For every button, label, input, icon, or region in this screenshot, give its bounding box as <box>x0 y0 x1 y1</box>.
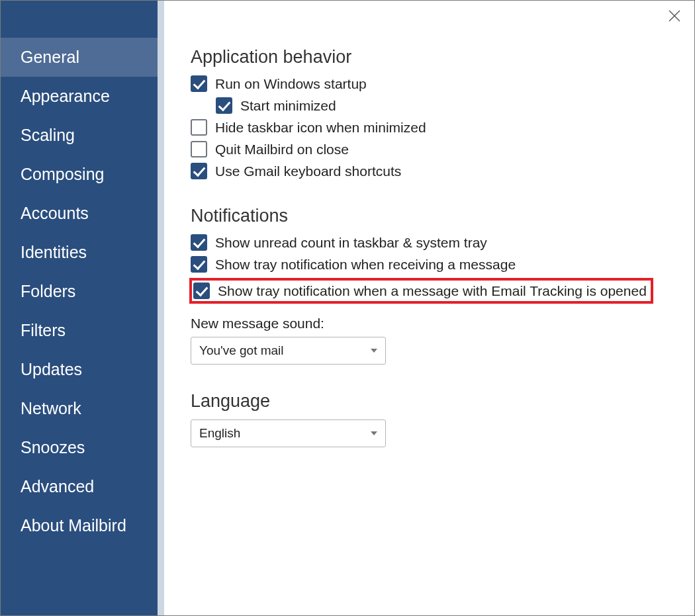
sidebar-item-about[interactable]: About Mailbird <box>1 506 158 545</box>
sidebar-item-identities[interactable]: Identities <box>1 233 158 272</box>
sidebar-item-advanced[interactable]: Advanced <box>1 467 158 506</box>
option-unread-count[interactable]: Show unread count in taskbar & system tr… <box>191 234 668 251</box>
option-start-minimized[interactable]: Start minimized <box>216 97 668 114</box>
sidebar-item-label: Scaling <box>21 126 75 144</box>
section-app-behavior: Application behavior Run on Windows star… <box>191 47 668 179</box>
section-title: Notifications <box>191 206 668 226</box>
option-label: Show unread count in taskbar & system tr… <box>215 235 487 251</box>
option-label: Quit Mailbird on close <box>215 142 349 157</box>
section-title: Language <box>191 391 668 412</box>
sidebar: General Appearance Scaling Composing Acc… <box>1 1 164 615</box>
sidebar-item-accounts[interactable]: Accounts <box>1 194 158 233</box>
option-gmail-shortcuts[interactable]: Use Gmail keyboard shortcuts <box>191 163 668 179</box>
sidebar-item-appearance[interactable]: Appearance <box>1 77 158 116</box>
select-value: English <box>199 426 240 441</box>
option-label: Hide taskbar icon when minimized <box>215 120 426 136</box>
option-label: Show tray notification when a message wi… <box>218 283 647 299</box>
checkbox-gmail-shortcuts[interactable] <box>191 163 207 179</box>
sidebar-item-label: Network <box>21 399 81 418</box>
checkbox-run-startup[interactable] <box>191 75 207 92</box>
option-quit-on-close[interactable]: Quit Mailbird on close <box>191 141 668 157</box>
sidebar-item-snoozes[interactable]: Snoozes <box>1 428 158 467</box>
sidebar-item-general[interactable]: General <box>1 38 158 77</box>
sidebar-item-folders[interactable]: Folders <box>1 272 158 311</box>
checkbox-tray-tracking[interactable] <box>193 283 210 299</box>
section-language: Language English <box>191 391 668 447</box>
sidebar-item-label: Snoozes <box>21 438 85 457</box>
language-select[interactable]: English <box>191 419 386 447</box>
settings-window: General Appearance Scaling Composing Acc… <box>0 0 695 616</box>
sidebar-item-label: Accounts <box>21 204 89 222</box>
sidebar-item-scaling[interactable]: Scaling <box>1 116 158 155</box>
select-value: You've got mail <box>199 343 284 358</box>
sound-field-label: New message sound: <box>191 316 668 331</box>
sidebar-item-label: Identities <box>21 243 87 261</box>
option-run-startup[interactable]: Run on Windows startup <box>191 75 668 92</box>
sidebar-item-label: Advanced <box>21 477 94 496</box>
sidebar-item-updates[interactable]: Updates <box>1 350 158 389</box>
sidebar-item-label: Folders <box>21 282 75 300</box>
sidebar-item-composing[interactable]: Composing <box>1 155 158 194</box>
sidebar-item-label: Appearance <box>21 87 110 105</box>
sidebar-item-network[interactable]: Network <box>1 389 158 428</box>
main-panel: Application behavior Run on Windows star… <box>164 1 694 615</box>
sidebar-item-label: Composing <box>21 165 104 183</box>
option-label: Run on Windows startup <box>215 76 367 92</box>
sidebar-item-label: General <box>21 48 79 66</box>
checkbox-hide-taskbar[interactable] <box>191 119 207 136</box>
sidebar-item-label: About Mailbird <box>21 516 126 535</box>
option-tray-receive[interactable]: Show tray notification when receiving a … <box>191 256 668 273</box>
chevron-down-icon <box>371 349 377 353</box>
highlight-annotation: Show tray notification when a message wi… <box>189 278 653 304</box>
sidebar-item-label: Updates <box>21 360 82 378</box>
sidebar-item-filters[interactable]: Filters <box>1 311 158 350</box>
option-label: Start minimized <box>240 98 336 114</box>
sidebar-item-label: Filters <box>21 321 66 339</box>
option-label: Use Gmail keyboard shortcuts <box>215 163 401 179</box>
checkbox-start-minimized[interactable] <box>216 97 232 114</box>
section-notifications: Notifications Show unread count in taskb… <box>191 206 668 365</box>
close-icon <box>667 10 682 22</box>
section-title: Application behavior <box>191 47 668 67</box>
checkbox-quit-on-close[interactable] <box>191 141 207 157</box>
option-hide-taskbar[interactable]: Hide taskbar icon when minimized <box>191 119 668 136</box>
checkbox-tray-receive[interactable] <box>191 256 207 273</box>
checkbox-unread-count[interactable] <box>191 234 207 251</box>
chevron-down-icon <box>371 431 377 435</box>
sound-select[interactable]: You've got mail <box>191 337 386 365</box>
close-button[interactable] <box>667 10 682 26</box>
option-label: Show tray notification when receiving a … <box>215 257 516 273</box>
option-tray-tracking-row: Show tray notification when a message wi… <box>191 278 668 304</box>
